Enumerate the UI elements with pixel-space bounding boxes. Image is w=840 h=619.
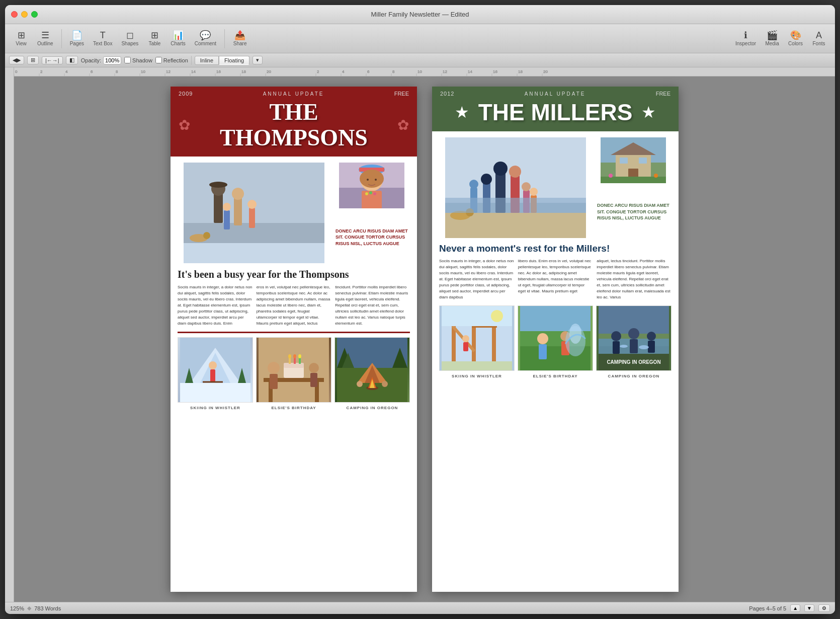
format-btn-3[interactable]: |←→| <box>42 56 63 64</box>
right-toolbar: ℹ Inspector 🎬 Media 🎨 Colors A Fonts <box>731 29 830 48</box>
thompson-camping-caption: CAMPING IN OREGON <box>334 406 410 410</box>
textbox-icon: T <box>100 31 106 40</box>
floating-tab[interactable]: Floating <box>219 56 249 65</box>
svg-text:8: 8 <box>392 69 395 74</box>
svg-point-113 <box>509 166 521 178</box>
svg-point-166 <box>639 345 649 349</box>
comment-button[interactable]: 💬 Comment <box>191 29 220 48</box>
outline-label: Outline <box>37 41 53 46</box>
miller-camping-caption: CAMPING IN OREGON <box>596 374 671 378</box>
comment-icon: 💬 <box>200 31 211 40</box>
miller-col-1: Sociis mauris in integer, a dolor netus … <box>439 258 514 300</box>
shapes-button[interactable]: ◻ Shapes <box>117 29 142 48</box>
miller-camping-svg: CAMPING IN OREGON <box>597 306 671 371</box>
wrap-options-btn[interactable]: ▾ <box>253 56 263 64</box>
fonts-button[interactable]: A Fonts <box>808 29 830 48</box>
maximize-button[interactable] <box>31 11 38 18</box>
pages-label: Pages <box>70 41 84 46</box>
charts-button[interactable]: 📊 Charts <box>166 29 189 48</box>
svg-point-64 <box>375 179 377 181</box>
media-label: Media <box>765 41 779 46</box>
thompson-skiing-photo <box>178 337 253 403</box>
svg-point-159 <box>611 331 621 341</box>
inline-tab[interactable]: Inline <box>195 56 219 65</box>
status-bar-left: 125% ◆ 783 Words <box>10 605 61 611</box>
next-page-button[interactable]: ▼ <box>804 604 814 612</box>
svg-point-49 <box>232 188 244 200</box>
format-btn-2[interactable]: ⊞ <box>27 56 39 64</box>
svg-point-67 <box>369 191 372 194</box>
svg-text:20: 20 <box>267 69 271 74</box>
svg-rect-124 <box>445 198 586 213</box>
svg-point-68 <box>373 192 376 195</box>
svg-text:6: 6 <box>91 69 93 74</box>
table-button[interactable]: ⊞ Table <box>143 29 165 48</box>
shapes-icon: ◻ <box>126 31 134 40</box>
svg-point-90 <box>268 362 280 374</box>
miller-headline: Never a moment's rest for the Millers! <box>439 243 671 255</box>
minimize-button[interactable] <box>21 11 28 18</box>
svg-rect-136 <box>452 326 456 361</box>
svg-point-89 <box>298 354 301 358</box>
miller-skiing-item: SKIING IN WHISTLER <box>439 305 515 378</box>
svg-point-141 <box>462 335 469 342</box>
shadow-checkbox[interactable] <box>124 57 131 63</box>
svg-text:16: 16 <box>216 69 221 74</box>
miller-caption-area: DONEC ARCU RISUS DIAM AMET SIT. CONGUE T… <box>595 186 671 238</box>
settings-button[interactable]: ⚙ <box>818 604 830 612</box>
format-btn-1[interactable]: ◀▶ <box>9 56 24 64</box>
birthday-svg <box>257 338 331 403</box>
thompson-title-row: ✿ THE THOMPSONS ✿ <box>179 100 409 150</box>
share-button[interactable]: 📤 Share <box>229 29 251 48</box>
view-label: View <box>16 41 27 46</box>
outline-button[interactable]: ☰ Outline <box>33 29 57 48</box>
inspector-button[interactable]: ℹ Inspector <box>731 29 760 48</box>
close-button[interactable] <box>11 11 18 18</box>
pages-icon: 📄 <box>71 31 82 40</box>
status-bar: 125% ◆ 783 Words Pages 4–5 of 5 ▲ ▼ ⚙ <box>5 602 835 614</box>
svg-text:12: 12 <box>166 69 171 74</box>
miller-col-3: aliquet, lectus tincidunt. Porttitor mol… <box>597 258 671 300</box>
miller-side-photo-1 <box>595 137 671 183</box>
traffic-lights[interactable] <box>11 11 38 18</box>
svg-point-63 <box>367 179 369 181</box>
window-title: Miller Family Newsletter — Edited <box>371 11 469 18</box>
thompson-birthday-item: ELSIE'S BIRTHDAY <box>256 337 331 410</box>
svg-point-105 <box>357 381 363 387</box>
view-group: ⊞ View ☰ Outline <box>10 29 57 48</box>
miller-skiing-photo <box>439 305 515 371</box>
opacity-group: Opacity: <box>81 56 121 64</box>
thompson-year: 2009 <box>179 91 193 97</box>
opacity-input[interactable] <box>103 56 121 64</box>
miller-col-2: libero duis. Enim eros in vel, volutpat … <box>518 258 593 300</box>
status-bar-right: Pages 4–5 of 5 ▲ ▼ ⚙ <box>749 604 830 612</box>
comment-label: Comment <box>195 41 216 46</box>
svg-text:12: 12 <box>443 69 447 74</box>
thompson-headline: It's been a busy year for the Thompsons <box>178 268 410 280</box>
thompson-free: FREE <box>394 91 409 97</box>
svg-text:14: 14 <box>468 69 472 74</box>
format-btn-4[interactable]: ◧ <box>66 56 78 64</box>
table-label: Table <box>148 41 160 46</box>
media-button[interactable]: 🎬 Media <box>761 29 783 48</box>
prev-page-button[interactable]: ▲ <box>790 604 800 612</box>
format-separator <box>191 56 192 65</box>
svg-rect-73 <box>210 369 215 382</box>
toolbar-separator-2 <box>224 29 225 48</box>
pages-button[interactable]: 📄 Pages <box>66 29 88 48</box>
colors-button[interactable]: 🎨 Colors <box>784 29 807 48</box>
miller-main-photo <box>439 137 592 238</box>
thompson-ornament-right: ✿ <box>397 117 409 133</box>
view-button[interactable]: ⊞ View <box>10 29 32 48</box>
zoom-level: 125% <box>10 605 24 611</box>
svg-point-66 <box>365 192 368 195</box>
miller-skiing-svg <box>440 306 514 371</box>
textbox-button[interactable]: T Text Box <box>89 29 116 48</box>
svg-rect-52 <box>224 210 230 229</box>
miller-header: 2012 ANNUAL UPDATE FREE ★ THE MILLERS ★ <box>432 87 679 131</box>
share-icon: 📤 <box>234 31 245 40</box>
svg-text:6: 6 <box>367 69 370 74</box>
svg-text:4: 4 <box>65 69 68 74</box>
thompson-bottom-photos: SKIING IN WHISTLER <box>178 337 410 410</box>
reflection-checkbox[interactable] <box>155 57 162 63</box>
